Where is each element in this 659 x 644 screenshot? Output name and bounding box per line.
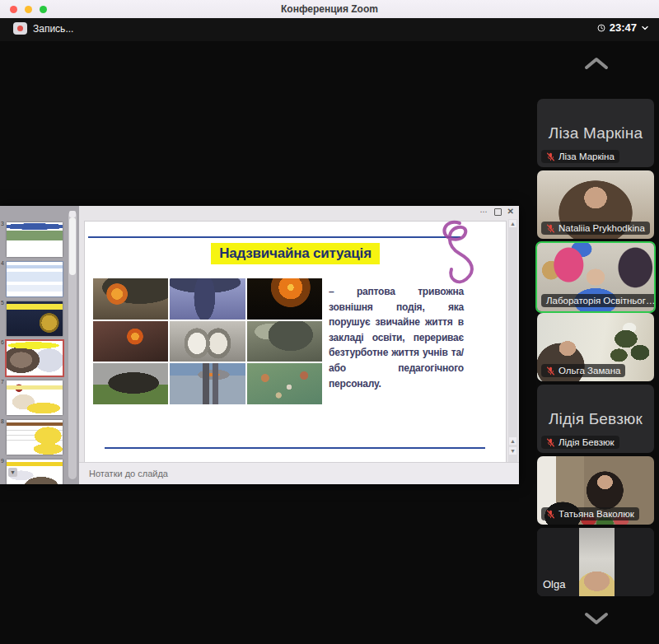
clock-icon — [597, 24, 605, 32]
slide-thumbnail-3[interactable] — [7, 222, 63, 257]
collage-image-industrial-explosion — [93, 278, 168, 320]
scroll-up-icon[interactable]: ▲ — [509, 220, 516, 227]
close-presentation-icon[interactable]: ✕ — [507, 208, 514, 216]
participant-tile-lidiya-bevzyuk[interactable]: Лідія Бевзюк Лідія Бевзюк — [537, 385, 654, 453]
collage-image-tornado — [170, 278, 245, 320]
collage-image-hazmat-workers — [170, 321, 245, 362]
slide-number: 3 — [1, 221, 6, 226]
collage-image-forest-fire — [247, 278, 322, 320]
mic-muted-icon — [546, 224, 555, 233]
scrollbar-thumb[interactable] — [69, 217, 76, 275]
zoom-meeting-window: Конференция Zoom Запись... 23:47 ⋯ ✕ — [0, 0, 659, 644]
scroll-next-slide-icon[interactable]: ▼ — [509, 447, 516, 455]
collage-image-nuclear-plant — [247, 321, 322, 362]
slide-number: 7 — [1, 379, 6, 385]
collage-image-twin-towers — [170, 363, 245, 404]
collage-image-flooded-village — [247, 363, 322, 404]
scroll-up-icon[interactable] — [69, 211, 76, 217]
purple-swirl-decoration — [432, 217, 484, 287]
participant-tile-liza-markina[interactable]: Ліза Маркіна Ліза Маркіна — [537, 99, 654, 167]
slide-thumbnail-8[interactable] — [7, 420, 63, 455]
slide-number: 4 — [1, 260, 6, 266]
scroll-prev-slide-icon[interactable]: ▲ — [509, 437, 516, 445]
slide-bottom-rule — [105, 447, 485, 449]
recording-label: Запись... — [33, 23, 73, 35]
chevron-up-icon[interactable] — [582, 54, 611, 72]
slide-number: 6 — [1, 339, 6, 345]
slide-thumbnails-panel: 3 4 5 6 7 8 9 — [0, 206, 79, 484]
meeting-toolbar: Запись... 23:47 — [0, 18, 659, 41]
mic-muted-icon — [546, 366, 555, 376]
chevron-down-icon[interactable] — [641, 24, 649, 32]
meeting-clock[interactable]: 23:47 — [597, 21, 649, 34]
disaster-collage — [93, 278, 322, 404]
restore-window-icon[interactable] — [494, 208, 502, 216]
participant-tile-laboratoriya-active-speaker[interactable]: Лабораторія Освітньог… — [535, 241, 656, 313]
participants-sidebar: Ліза Маркіна Ліза Маркіна — [534, 41, 659, 644]
collage-image-shelled-building — [93, 321, 168, 362]
notes-label: Нотатки до слайда — [89, 469, 168, 478]
participant-tile-nataliia-prykhodkina[interactable]: Nataliia Prykhodkina — [537, 170, 654, 239]
participant-name-label: Olga — [541, 576, 570, 592]
slide-thumbnail-6-current[interactable] — [7, 341, 63, 376]
participant-tile-olga[interactable]: Olga — [537, 528, 654, 596]
slide-canvas: Надзвичайна ситуація – раптова тривожна … — [84, 221, 507, 463]
mic-muted-icon — [546, 510, 555, 519]
participant-tile-olga-zamana[interactable]: Ольга Замана — [537, 313, 654, 381]
participant-name-label: Татьяна Ваколюк — [541, 507, 639, 520]
notes-bar[interactable]: ▼ Нотатки до слайда — [79, 462, 519, 484]
slide-number: 8 — [1, 418, 6, 424]
presentation-window-controls: ⋯ ✕ — [480, 208, 514, 216]
record-icon — [13, 22, 27, 35]
slide-thumbnail-7[interactable] — [7, 380, 63, 415]
macos-titlebar: Конференция Zoom — [0, 0, 659, 19]
slide-number: 5 — [1, 300, 6, 306]
participant-name-label: Ольга Замана — [541, 364, 625, 377]
slide-thumbnail-5[interactable] — [7, 301, 63, 336]
thumbnails-scrollbar[interactable] — [68, 211, 77, 479]
slide-number: 9 — [1, 458, 6, 464]
more-options-icon[interactable]: ⋯ — [480, 208, 488, 216]
shared-presentation-window: ⋯ ✕ 3 4 5 6 7 8 9 — [0, 206, 519, 484]
recording-indicator[interactable]: Запись... — [13, 22, 73, 35]
participant-name-label: Nataliia Prykhodkina — [541, 222, 650, 235]
slide-body-text: – раптова тривожна зовнішня подія, яка п… — [329, 284, 464, 391]
collage-image-artillery-vehicle — [93, 363, 168, 404]
slide-top-rule — [88, 236, 460, 238]
slide-thumbnail-4[interactable] — [7, 262, 63, 296]
participant-tile-tatyana-vakolyuk[interactable]: Татьяна Ваколюк — [537, 456, 654, 525]
participant-name-label: Лабораторія Освітньог… — [541, 294, 656, 307]
mic-muted-icon — [546, 152, 555, 161]
clock-time: 23:47 — [610, 21, 637, 34]
window-title: Конференция Zoom — [0, 3, 659, 15]
participant-name-label: Лідія Бевзюк — [541, 436, 619, 449]
participant-name-label: Ліза Маркіна — [541, 150, 619, 163]
notes-expand-icon[interactable]: ▼ — [8, 468, 17, 477]
chevron-down-icon[interactable] — [582, 609, 611, 628]
mic-muted-icon — [546, 438, 555, 447]
slide-scrollbar[interactable]: ▲ ▲ ▼ — [508, 219, 517, 466]
